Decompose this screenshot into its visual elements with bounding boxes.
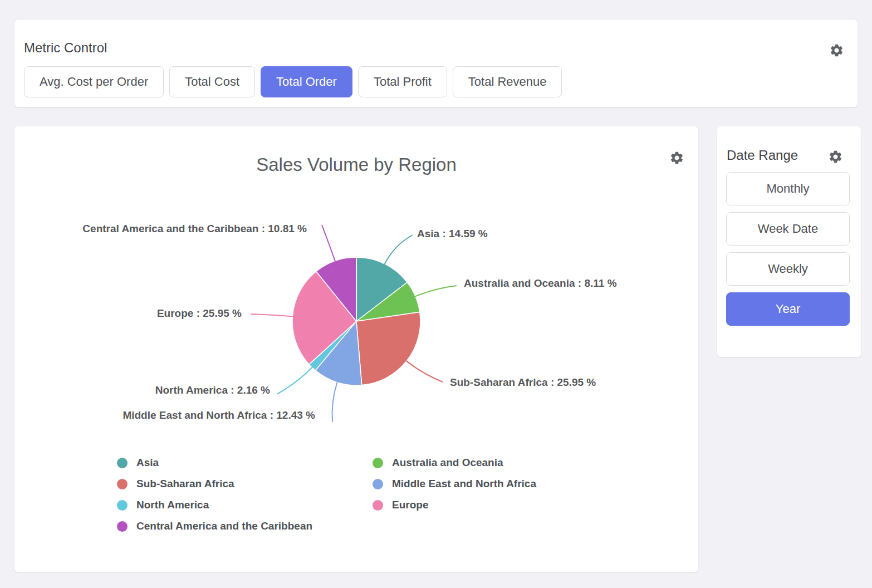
date-range-button-year[interactable]: Year — [726, 292, 850, 326]
legend-label: Asia — [136, 456, 159, 469]
metric-button-total-order[interactable]: Total Order — [261, 66, 352, 97]
legend-label: Middle East and North Africa — [392, 477, 536, 491]
date-range-button-monthly[interactable]: Monthly — [726, 172, 850, 205]
pie-label-sub-saharan-africa: Sub-Saharan Africa : 25.95 % — [450, 376, 596, 389]
legend-item-australia-and-oceania[interactable]: Australia and Oceania — [373, 456, 536, 469]
legend-label: North America — [136, 498, 209, 512]
legend-dot-icon — [117, 479, 128, 489]
pie-leader-line-europe — [251, 314, 293, 316]
chart-legend: AsiaAustralia and OceaniaSub-Saharan Afr… — [117, 456, 536, 533]
pie-label-asia: Asia : 14.59 % — [417, 228, 488, 240]
legend-dot-icon — [373, 479, 383, 489]
legend-item-sub-saharan-africa[interactable]: Sub-Saharan Africa — [117, 477, 373, 491]
legend-item-middle-east-and-north-africa[interactable]: Middle East and North Africa — [373, 477, 536, 491]
legend-label: Sub-Saharan Africa — [136, 477, 234, 491]
pie-leader-line-north-america — [277, 367, 312, 394]
legend-dot-icon — [117, 458, 128, 468]
date-range-button-group: MonthlyWeek DateWeeklyYear — [726, 172, 850, 326]
metric-button-total-profit[interactable]: Total Profit — [358, 66, 447, 97]
pie-label-australia-and-oceania: Australia and Oceania : 8.11 % — [464, 277, 617, 290]
metric-button-total-cost[interactable]: Total Cost — [169, 66, 255, 97]
date-range-button-week-date[interactable]: Week Date — [726, 212, 850, 246]
legend-item-europe[interactable]: Europe — [373, 498, 536, 512]
metric-button-avg-cost-per-order[interactable]: Avg. Cost per Order — [24, 66, 164, 97]
legend-dot-icon — [117, 500, 128, 511]
pie-leader-line-sub-saharan-africa — [406, 361, 443, 382]
legend-label: Australia and Oceania — [392, 456, 503, 469]
pie-slice-sub-saharan-africa[interactable] — [356, 312, 420, 385]
pie-leader-line-australia-and-oceania — [415, 286, 457, 297]
sales-volume-chart-card: Sales Volume by Region Asia : 14.59 % Au… — [14, 126, 698, 572]
date-range-card: Date Range MonthlyWeek DateWeeklyYear — [717, 126, 861, 357]
pie-leader-line-central-america-and-the-caribbean — [322, 225, 335, 262]
pie-label-europe: Europe : 25.95 % — [14, 307, 242, 320]
legend-dot-icon — [373, 500, 383, 511]
legend-item-central-america-and-the-caribbean[interactable]: Central America and the Caribbean — [117, 520, 373, 533]
pie-label-north-america: North America : 2.16 % — [14, 384, 270, 396]
legend-dot-icon — [117, 521, 128, 532]
legend-item-north-america[interactable]: North America — [117, 498, 373, 512]
legend-label: Europe — [392, 498, 428, 512]
pie-leader-line-asia — [384, 235, 413, 264]
metric-control-card: Metric Control Avg. Cost per OrderTotal … — [14, 20, 858, 107]
metric-button-group: Avg. Cost per OrderTotal CostTotal Order… — [24, 66, 562, 97]
pie-label-central-america-and-the-caribbean: Central America and the Caribbean : 10.8… — [14, 223, 307, 235]
legend-item-asia[interactable]: Asia — [117, 456, 373, 469]
metric-control-title: Metric Control — [24, 40, 107, 56]
legend-label: Central America and the Caribbean — [136, 520, 312, 533]
pie-label-middle-east-and-north-africa: Middle East and North Africa : 12.43 % — [14, 409, 315, 422]
pie-leader-line-middle-east-and-north-africa — [332, 382, 337, 422]
metric-button-total-revenue[interactable]: Total Revenue — [453, 66, 562, 97]
gear-icon[interactable] — [829, 43, 844, 58]
date-range-title: Date Range — [727, 148, 798, 163]
legend-dot-icon — [373, 458, 383, 468]
gear-icon[interactable] — [828, 149, 843, 164]
date-range-button-weekly[interactable]: Weekly — [726, 252, 850, 286]
